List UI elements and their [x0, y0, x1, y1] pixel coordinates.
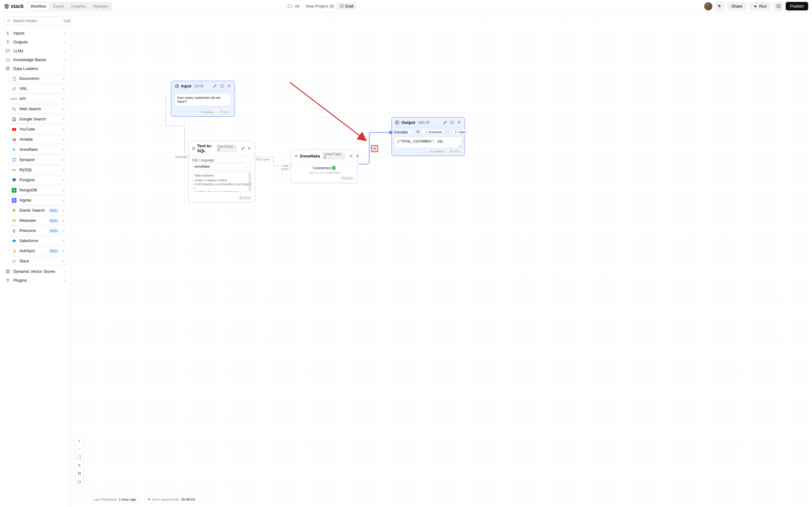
input-port[interactable] — [187, 156, 190, 159]
drag-handle-icon[interactable]: ≡ — [62, 107, 64, 112]
drag-handle-icon[interactable]: ≡ — [62, 178, 64, 182]
drag-handle-icon[interactable]: ≡ — [62, 228, 64, 233]
output-content[interactable]: {"TOTAL_CUSTOMERS": 20} — [394, 136, 462, 148]
node-text2sql[interactable]: Text-to-SQL text2sql-0 SQL Language snow… — [189, 141, 255, 203]
tab-export[interactable]: Export — [50, 3, 67, 10]
loader-mongodb[interactable]: MongoDB≡ — [9, 186, 67, 194]
edit-icon[interactable] — [443, 120, 448, 125]
loader-weaviate[interactable]: WeaviateBeta≡ — [9, 216, 67, 225]
input-port[interactable] — [289, 163, 293, 166]
loader-airtable[interactable]: Airtable≡ — [9, 135, 67, 144]
loader-elastic-search[interactable]: Elastic SearchBeta≡ — [9, 206, 67, 215]
info-icon[interactable] — [219, 83, 224, 89]
input-value[interactable]: how many customers do we have? — [174, 94, 232, 106]
clear-button[interactable]: Clear — [452, 129, 468, 135]
drag-handle-icon[interactable]: ≡ — [62, 208, 64, 213]
node-output[interactable]: Output out-0 Formatted Download ⋮ Clear … — [392, 117, 465, 156]
connected-status[interactable]: Connected ✓ Click to see credentials — [291, 162, 357, 175]
close-icon[interactable] — [247, 146, 252, 151]
grid-button[interactable] — [75, 470, 84, 478]
gear-icon[interactable] — [349, 153, 353, 158]
loader-mysql[interactable]: MyMySQL≡ — [9, 165, 67, 174]
drag-handle-icon[interactable]: ≡ — [62, 137, 64, 142]
tab-manager[interactable]: Manager — [90, 3, 111, 10]
info-icon[interactable] — [450, 120, 455, 125]
drag-handle-icon[interactable]: ≡ — [62, 168, 64, 172]
drag-handle-icon[interactable]: ≡ — [62, 249, 64, 253]
edit-icon[interactable] — [212, 83, 217, 89]
drag-handle-icon[interactable]: ≡ — [62, 198, 64, 203]
avatar[interactable] — [704, 2, 712, 10]
snowflake-icon: ❄ — [11, 147, 16, 152]
loader-synapse[interactable]: Synapse≡ — [9, 155, 67, 164]
draft-button[interactable]: Draft — [337, 3, 357, 10]
loader-snowflake[interactable]: ❄Snowflake≡ — [9, 145, 67, 154]
drag-handle-icon[interactable]: ≡ — [62, 239, 64, 243]
node-snowflake[interactable]: ❄ Snowflake snowflake-0 Connected ✓ Clic… — [291, 150, 357, 183]
output-icon — [395, 120, 400, 125]
folder-label[interactable]: All — [295, 4, 299, 9]
download-button[interactable]: Download — [422, 129, 444, 135]
output-port[interactable] — [234, 95, 237, 98]
category-data-loaders[interactable]: Data Loaders⌄ — [4, 64, 67, 73]
loader-slack[interactable]: Slack≡ — [9, 257, 67, 266]
zoom-in-button[interactable]: + — [75, 437, 84, 445]
category-outputs[interactable]: Outputs› — [4, 38, 67, 46]
google-icon — [11, 117, 16, 122]
drag-handle-icon[interactable]: ≡ — [62, 117, 64, 122]
copy-icon[interactable] — [416, 130, 420, 134]
drag-handle-icon[interactable]: ≡ — [62, 158, 64, 162]
chevron-right-icon: › — [64, 31, 66, 36]
drag-handle-icon[interactable]: ≡ — [62, 97, 64, 101]
category-dynamic-vector-stores[interactable]: Dynamic Vector Stores› — [4, 267, 67, 276]
share-button[interactable]: Share — [727, 2, 747, 10]
loader-postgres[interactable]: Postgres≡ — [9, 176, 67, 184]
drag-handle-icon[interactable]: ≡ — [62, 76, 64, 81]
clock-button[interactable] — [774, 2, 783, 11]
lang-select[interactable]: snowflake — [192, 163, 252, 170]
input-port[interactable] — [389, 131, 392, 134]
loader-pinecone[interactable]: PineconeBeta≡ — [9, 226, 67, 235]
more-icon[interactable]: ⋮ — [446, 130, 450, 134]
close-icon[interactable] — [456, 120, 461, 125]
drag-handle-icon[interactable]: ≡ — [62, 147, 64, 152]
run-button[interactable]: Run — [749, 2, 771, 10]
loader-youtube[interactable]: YouTube≡ — [9, 125, 67, 134]
lock-button[interactable] — [75, 462, 84, 470]
category-knowledge-bases[interactable]: Knowledge Bases› — [4, 55, 67, 64]
loader-salesforce[interactable]: Salesforce≡ — [9, 236, 67, 245]
tab-analytics[interactable]: Analytics — [68, 3, 90, 10]
category-inputs[interactable]: Inputs› — [4, 29, 67, 38]
loader-url[interactable]: URL≡ — [9, 84, 67, 93]
drag-handle-icon[interactable]: ≡ — [62, 188, 64, 193]
map-button[interactable] — [75, 478, 84, 487]
tab-workflow[interactable]: Workflow — [27, 3, 49, 10]
loader-google-search[interactable]: Google Search≡ — [9, 115, 67, 124]
drag-handle-icon[interactable]: ≡ — [62, 87, 64, 91]
search-input[interactable]: CtrlK — [4, 16, 71, 25]
schema-box[interactable]: Table Schemacreate or replace TABLE CUST… — [192, 172, 252, 192]
edit-icon[interactable] — [241, 146, 245, 151]
loader-documents[interactable]: Documents≡ — [9, 74, 67, 83]
drag-handle-icon[interactable]: ≡ — [62, 259, 64, 264]
loader-algolia[interactable]: Algolia≡ — [9, 196, 67, 205]
loader-web-search[interactable]: Web Search≡ — [9, 105, 67, 113]
canvas[interactable]: Input in-0 how many customers do we have… — [71, 13, 812, 507]
close-icon[interactable] — [226, 83, 232, 89]
drag-handle-icon[interactable]: ≡ — [62, 127, 64, 132]
fit-button[interactable] — [75, 453, 84, 462]
svg-rect-34 — [78, 474, 79, 475]
output-port[interactable] — [356, 163, 359, 166]
node-input[interactable]: Input in-0 how many customers do we have… — [171, 81, 235, 117]
cursor-button[interactable] — [715, 2, 724, 11]
category-llms[interactable]: LLMs› — [4, 46, 67, 55]
drag-handle-icon[interactable]: ≡ — [62, 218, 64, 223]
delete-edge-button[interactable] — [371, 145, 378, 152]
category-plugins[interactable]: Plugins› — [4, 276, 67, 285]
loader-hubspot[interactable]: HubSpotBeta≡ — [9, 246, 67, 256]
loader-api[interactable]: HTTPAPI≡ — [9, 95, 67, 103]
close-icon[interactable] — [355, 153, 360, 158]
zoom-out-button[interactable]: − — [75, 445, 84, 453]
publish-button[interactable]: Publish — [786, 2, 808, 10]
project-label[interactable]: New Project (6) — [306, 4, 334, 9]
